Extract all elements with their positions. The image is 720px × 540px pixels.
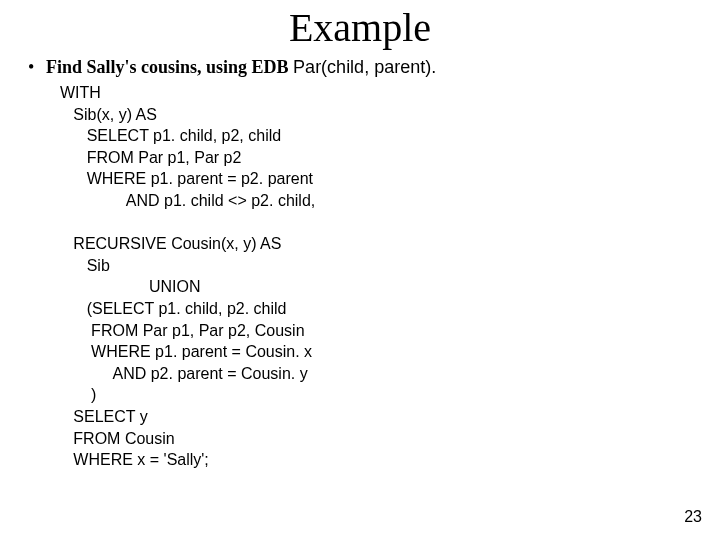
bullet-glyph: • <box>28 57 46 78</box>
code-block: WITH Sib(x, y) AS SELECT p1. child, p2, … <box>28 82 720 471</box>
slide-title: Example <box>0 4 720 51</box>
bullet-item: • Find Sally's cousins, using EDB Par(ch… <box>28 57 720 78</box>
page-number: 23 <box>684 508 702 526</box>
prompt-text: Find Sally's cousins, using EDB <box>46 57 293 77</box>
prompt-line: Find Sally's cousins, using EDB Par(chil… <box>46 57 436 78</box>
content-area: • Find Sally's cousins, using EDB Par(ch… <box>0 57 720 471</box>
edb-signature: Par(child, parent). <box>293 57 436 77</box>
